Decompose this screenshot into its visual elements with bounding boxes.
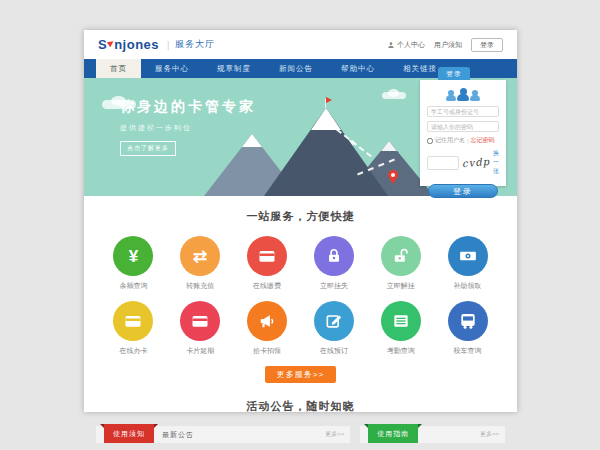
nav-item-service-center[interactable]: 服务中心 — [141, 59, 203, 78]
banknote-icon — [458, 246, 478, 266]
captcha-input[interactable] — [427, 156, 459, 170]
service-icon-circle[interactable] — [247, 301, 287, 341]
password-input[interactable] — [427, 121, 499, 132]
captcha-refresh-link[interactable]: 换一张 — [493, 149, 499, 176]
service-item-label: 在线办卡 — [100, 346, 167, 356]
card-icon — [123, 311, 143, 331]
header-login-button[interactable]: 登录 — [471, 38, 503, 52]
service-item[interactable]: 卡片延期 — [167, 301, 234, 356]
nav-item-home[interactable]: 首页 — [96, 59, 141, 78]
more-link-left[interactable]: 更多>> — [325, 430, 344, 439]
service-item-label: 转账充值 — [167, 281, 234, 291]
service-item-label: 立即解挂 — [367, 281, 434, 291]
header: Snjones | 服务大厅 个人中心 用户须知 登录 — [84, 30, 517, 59]
service-item-label: 在线缴费 — [234, 281, 301, 291]
logo-suffix: njones — [114, 37, 159, 52]
lock-icon — [324, 246, 344, 266]
service-item[interactable]: 在线预订 — [300, 301, 367, 356]
hero-subtitle: 提供捷径一步到位 — [120, 123, 256, 133]
service-item-label: 考勤查询 — [367, 346, 434, 356]
services-title: 一站服务，方便快捷 — [84, 209, 517, 224]
service-item-label: 拾卡招领 — [234, 346, 301, 356]
service-icon-circle[interactable] — [448, 236, 488, 276]
remember-label: 记住用户名 — [435, 136, 465, 145]
list-icon — [391, 311, 411, 331]
personal-center-link[interactable]: 个人中心 — [387, 40, 425, 50]
service-icon-circle[interactable]: ¥ — [113, 236, 153, 276]
map-pin-icon — [388, 170, 398, 180]
service-icon-circle[interactable] — [381, 301, 421, 341]
more-services-button[interactable]: 更多服务>> — [265, 366, 336, 383]
service-icon-circle[interactable] — [113, 301, 153, 341]
edit-icon — [324, 311, 344, 331]
flag-icon — [326, 97, 332, 103]
service-icon-circle[interactable] — [381, 236, 421, 276]
service-item[interactable]: 考勤查询 — [367, 301, 434, 356]
hero-title: 你身边的卡管专家 — [120, 98, 256, 116]
services-row-2: 在线办卡 卡片延期 拾卡招领 在线预订 考勤查询 校车查询 — [84, 301, 517, 356]
service-item[interactable]: ⇄ 转账充值 — [167, 236, 234, 291]
tab-latest-announcements[interactable]: 最新公告 — [162, 430, 194, 440]
service-item-label: 校车查询 — [434, 346, 501, 356]
hero-text: 你身边的卡管专家 提供捷径一步到位 点击了解更多 — [120, 98, 256, 156]
service-icon-circle[interactable] — [247, 236, 287, 276]
service-icon-circle[interactable] — [314, 301, 354, 341]
service-icon-circle[interactable] — [314, 236, 354, 276]
bus-icon — [458, 311, 478, 331]
yuan-icon: ¥ — [129, 248, 138, 265]
service-item[interactable]: 校车查询 — [434, 301, 501, 356]
users-group-icon — [444, 85, 482, 101]
captcha-row: cvdp 换一张 — [427, 149, 499, 176]
hero-cta-button[interactable]: 点击了解更多 — [120, 141, 176, 156]
nav-item-news[interactable]: 新闻公告 — [265, 59, 327, 78]
login-options-row: 记住用户名 | 忘记密码 — [427, 136, 499, 145]
user-icon — [387, 41, 395, 49]
service-item-label: 补助领取 — [434, 281, 501, 291]
unlock-icon — [391, 246, 411, 266]
service-icon-circle[interactable] — [180, 301, 220, 341]
nav-item-help-center[interactable]: 帮助中心 — [327, 59, 389, 78]
nav-item-regulations[interactable]: 规章制度 — [203, 59, 265, 78]
announcement-group-left: 使用须知 最新公告 更多>> — [96, 426, 350, 443]
product-name: 服务大厅 — [175, 38, 215, 51]
logo: Snjones | 服务大厅 — [98, 37, 215, 52]
service-item[interactable]: 在线办卡 — [100, 301, 167, 356]
service-item-label: 在线预订 — [300, 346, 367, 356]
service-item-label: 卡片延期 — [167, 346, 234, 356]
announcement-tabs-row: 使用须知 最新公告 更多>> 使用指南 更多>> — [84, 426, 517, 443]
tab-usage-notice[interactable]: 使用须知 — [104, 424, 154, 443]
logo-divider: | — [167, 40, 170, 50]
user-notice-link[interactable]: 用户须知 — [434, 40, 462, 50]
service-item-label: 余额查询 — [100, 281, 167, 291]
services-section: 一站服务，方便快捷 ¥ 余额查询 ⇄ 转账充值 在线缴费 立即挂失 立即解挂 补… — [84, 209, 517, 383]
login-submit-button[interactable]: 登录 — [428, 184, 498, 198]
more-link-right[interactable]: 更多>> — [480, 430, 499, 439]
service-item[interactable]: ¥ 余额查询 — [100, 236, 167, 291]
transfer-icon: ⇄ — [193, 248, 207, 265]
announcements-title: 活动公告，随时知晓 — [84, 399, 517, 414]
announcements-section: 活动公告，随时知晓 使用须知 最新公告 更多>> 使用指南 更多>> — [84, 399, 517, 443]
login-panel: 记住用户名 | 忘记密码 cvdp 换一张 登录 — [420, 80, 506, 186]
service-item[interactable]: 补助领取 — [434, 236, 501, 291]
tab-usage-guide[interactable]: 使用指南 — [368, 424, 418, 443]
service-icon-circle[interactable] — [448, 301, 488, 341]
service-item[interactable]: 拾卡招领 — [234, 301, 301, 356]
card-icon — [257, 246, 277, 266]
header-actions: 个人中心 用户须知 登录 — [387, 38, 503, 52]
remember-checkbox[interactable] — [427, 138, 433, 144]
logo-prefix: S — [98, 37, 107, 52]
username-input[interactable] — [427, 106, 499, 117]
forgot-password-link[interactable]: 忘记密码 — [471, 136, 495, 145]
captcha-image[interactable]: cvdp — [462, 156, 491, 169]
site-page: Snjones | 服务大厅 个人中心 用户须知 登录 首页 服务中心 规章制度… — [84, 30, 517, 412]
card-icon — [190, 311, 210, 331]
announcement-group-right: 使用指南 更多>> — [360, 426, 505, 443]
service-item-label: 立即挂失 — [300, 281, 367, 291]
service-icon-circle[interactable]: ⇄ — [180, 236, 220, 276]
service-item[interactable]: 立即挂失 — [300, 236, 367, 291]
login-panel-tab[interactable]: 登录 — [438, 67, 470, 80]
service-item[interactable]: 立即解挂 — [367, 236, 434, 291]
megaphone-icon — [257, 311, 277, 331]
service-item[interactable]: 在线缴费 — [234, 236, 301, 291]
services-row-1: ¥ 余额查询 ⇄ 转账充值 在线缴费 立即挂失 立即解挂 补助领取 — [84, 236, 517, 291]
